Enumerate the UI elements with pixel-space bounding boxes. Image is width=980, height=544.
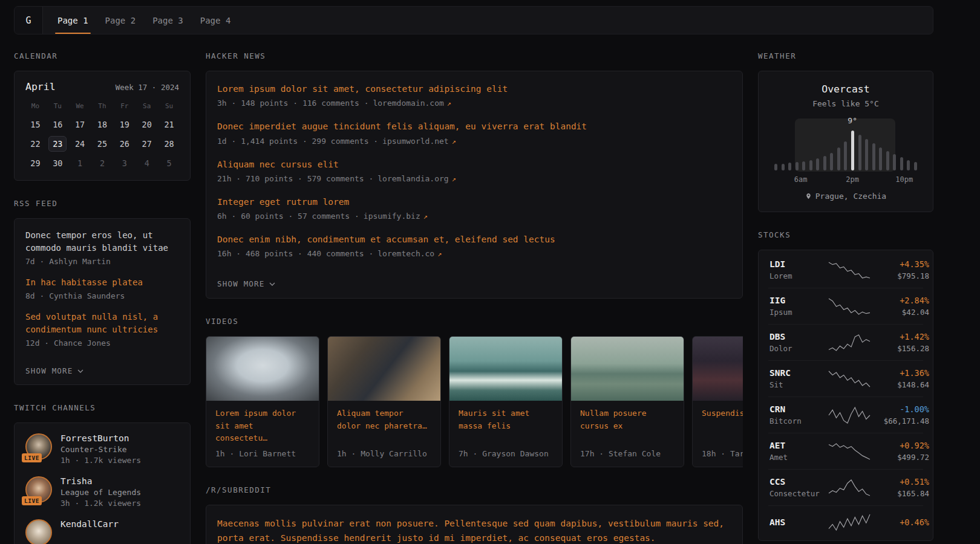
external-link-icon: ↗ [437,250,442,258]
calendar-day: 20 [136,115,158,134]
calendar-days-grid: 15 16 17 18 19 20 21 22 23 24 25 26 27 2… [24,115,180,173]
stock-symbol: AET [769,441,828,450]
hn-item-title-link[interactable]: Donec enim nibh, condimentum et accumsan… [217,233,731,245]
hn-item: Donec enim nibh, condimentum et accumsan… [217,233,731,258]
stock-row[interactable]: DBSDolor +1.42%$156.28 [768,324,923,360]
stock-sparkline [828,334,871,352]
video-title-link[interactable]: Mauris sit amet massa felis [449,401,562,433]
external-link-icon: ↗ [447,99,451,108]
video-card[interactable]: Lorem ipsum dolor sit amet consectetu… 1… [206,336,319,467]
videos-section-title: VIDEOS [206,317,743,326]
video-meta: 1h · Molly Carrillo [328,445,440,467]
video-card[interactable]: Aliquam tempor dolor nec pharetra… 1h · … [327,336,441,467]
twitch-section-title: TWITCH CHANNELS [14,403,191,412]
hn-domain-link[interactable]: ipsumworld.net↗ [382,137,456,146]
chevron-down-icon [269,282,275,286]
external-link-icon: ↗ [452,137,456,146]
video-title-link[interactable]: Lorem ipsum dolor sit amet consectetu… [206,401,319,445]
dow-mo: Mo [24,96,47,115]
rss-item-meta: 7d · Ashlyn Martin [25,257,179,266]
dow-tu: Tu [47,96,69,115]
rss-section-title: RSS FEED [14,199,191,208]
calendar-day: 29 [24,154,47,173]
calendar-day-next-month: 2 [91,154,114,173]
stock-row[interactable]: CRNBitcorn -1.00%$66,171.48 [768,397,923,433]
channel-name-link[interactable]: ForrestBurton [60,433,141,443]
stock-row[interactable]: AHS +0.46% [768,505,923,539]
hn-item-title-link[interactable]: Aliquam nec cursus elit [217,158,731,170]
calendar-widget: CALENDAR April Week 17 · 2024 Mo Tu We T… [14,51,191,181]
stocks-widget: STOCKS LDILorem +4.35%$795.18 IIGIpsum +… [758,230,933,541]
hn-item: Integer eget rutrum lorem 6h · 60 points… [217,196,731,221]
hackernews-section-title: HACKER NEWS [206,51,743,60]
hackernews-widget: HACKER NEWS Lorem ipsum dolor sit amet, … [206,51,743,299]
stock-row[interactable]: SNRCSit +1.36%$148.64 [768,360,923,397]
calendar-header: April Week 17 · 2024 [24,80,180,96]
rss-item-link[interactable]: In hac habitasse platea [25,276,179,289]
stock-sparkline [828,406,871,424]
video-card[interactable]: Nullam posuere cursus ex 17h · Stefan Co… [570,336,684,467]
subreddit-post-title-link[interactable]: Maecenas mollis pulvinar erat non posuer… [217,517,731,544]
stock-name: Bitcorn [769,416,828,426]
video-meta: 18h · Tara [693,445,743,467]
channel-info: Trisha League of Legends 3h · 1.2k viewe… [60,476,141,508]
channel-info: KendallCarr [60,519,119,544]
video-title-link[interactable]: Suspendisse diam [693,401,743,421]
calendar-day: 28 [158,134,180,154]
hn-item-title-link[interactable]: Lorem ipsum dolor sit amet, consectetur … [217,83,731,95]
video-thumbnail [693,337,743,401]
left-column: CALENDAR April Week 17 · 2024 Mo Tu We T… [14,51,191,544]
rss-item-link[interactable]: Sed volutpat nulla nisl, a condimentum n… [25,311,179,336]
stock-change: +0.51% [871,477,929,487]
tab-page-3[interactable]: Page 3 [144,7,192,34]
hn-item-title-link[interactable]: Integer eget rutrum lorem [217,196,731,208]
channel-game: League of Legends [60,488,141,497]
hackernews-card: Lorem ipsum dolor sit amet, consectetur … [206,71,743,299]
hn-item-meta: 21h · 710 points · 579 comments · loreml… [217,174,731,183]
hn-domain-link[interactable]: loremtech.co↗ [377,249,442,258]
video-thumbnail [328,337,440,401]
hn-show-more-button[interactable]: SHOW MORE [217,279,275,288]
stock-row[interactable]: CCSConsectetur +0.51%$165.84 [768,469,923,505]
external-link-icon: ↗ [423,212,428,221]
video-title-link[interactable]: Nullam posuere cursus ex [571,401,684,433]
weather-peak-temp: 9° [848,116,857,125]
topbar: G Page 1 Page 2 Page 3 Page 4 [14,6,933,34]
hn-item-title-link[interactable]: Donec imperdiet augue tincidunt felis al… [217,120,731,132]
channel-meta: 1h · 1.7k viewers [60,456,141,465]
video-card[interactable]: Mauris sit amet massa felis 7h · Grayson… [449,336,563,467]
calendar-day-next-month: 3 [113,154,136,173]
weather-condition: Overcast [771,83,921,95]
video-card[interactable]: Suspendisse diam 18h · Tara [692,336,743,467]
stock-row[interactable]: IIGIpsum +2.84%$42.04 [768,288,923,324]
stock-row[interactable]: AETAmet +0.92%$499.72 [768,433,923,469]
tab-page-4[interactable]: Page 4 [192,7,240,34]
rss-item-link[interactable]: Donec tempor eros leo, ut commodo mauris… [25,229,179,254]
stock-change: +2.84% [871,296,929,305]
calendar-day: 19 [113,115,136,134]
location-pin-icon [805,192,812,200]
tab-page-1[interactable]: Page 1 [49,7,97,34]
app-logo[interactable]: G [15,7,43,34]
live-badge: LIVE [22,496,42,505]
channel-name-link[interactable]: KendallCarr [60,519,119,529]
calendar-day-next-month: 5 [158,154,180,173]
hn-item-meta: 6h · 60 points · 57 comments · ipsumify.… [217,212,731,221]
channel-name-link[interactable]: Trisha [60,476,141,486]
video-meta: 1h · Lori Barnett [206,445,319,467]
stock-change: +0.92% [871,441,929,450]
hn-domain-link[interactable]: ipsumify.biz↗ [364,212,428,221]
hn-domain-link[interactable]: loremlandia.org↗ [377,174,456,183]
video-title-link[interactable]: Aliquam tempor dolor nec pharetra… [328,401,440,433]
dow-fr: Fr [113,96,136,115]
stock-change: -1.00% [871,404,929,414]
hn-domain-link[interactable]: loremdomain.com↗ [373,99,451,108]
twitch-channel: KendallCarr [25,519,179,544]
avatar[interactable] [25,519,52,544]
tab-page-2[interactable]: Page 2 [97,7,145,34]
channel-avatar-wrap [25,519,52,544]
weather-widget: WEATHER Overcast Feels like 5°C 9° 6am 2… [758,51,933,212]
rss-show-more-button[interactable]: SHOW MORE [25,366,83,375]
stock-price: $795.18 [871,271,929,280]
stock-row[interactable]: LDILorem +4.35%$795.18 [768,252,923,288]
